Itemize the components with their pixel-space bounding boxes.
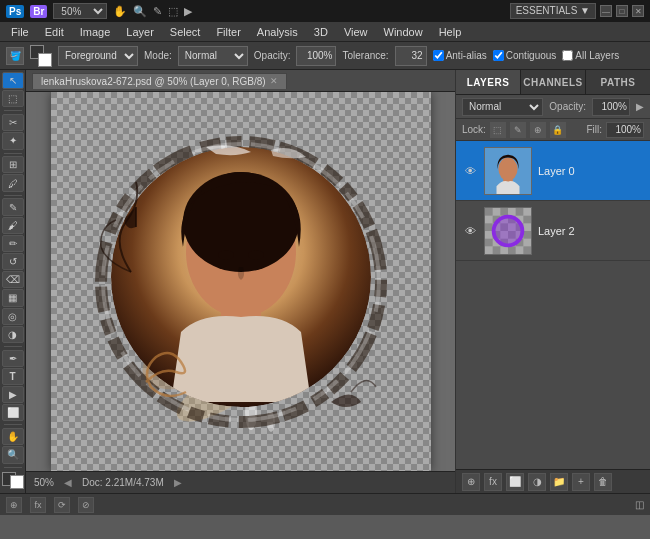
layer-0-visibility-toggle[interactable]: 👁: [462, 163, 478, 179]
lock-label: Lock:: [462, 124, 486, 135]
layer-mask-button[interactable]: ⬜: [506, 473, 524, 491]
blend-mode-selector[interactable]: Normal Multiply Screen Overlay: [462, 98, 543, 116]
clone-stamp-tool[interactable]: ✏: [2, 235, 24, 252]
bottom-icon-2[interactable]: fx: [30, 497, 46, 513]
delete-layer-button[interactable]: 🗑: [594, 473, 612, 491]
dodge-tool[interactable]: ◑: [2, 326, 24, 343]
marquee-tool[interactable]: ⬚: [2, 90, 24, 107]
mode-selector[interactable]: Normal: [178, 46, 248, 66]
svg-rect-25: [485, 223, 493, 231]
lock-pixels-btn[interactable]: ✎: [510, 122, 526, 138]
ps-icon: Ps: [6, 5, 24, 18]
menu-layer[interactable]: Layer: [119, 24, 161, 40]
menu-help[interactable]: Help: [432, 24, 469, 40]
path-selection-tool[interactable]: ▶: [2, 386, 24, 403]
brush-tool[interactable]: 🖌: [2, 217, 24, 234]
minimize-button[interactable]: —: [600, 5, 612, 17]
layer-item-0[interactable]: 👁 Layer 0: [456, 141, 650, 201]
brush-tool-icon[interactable]: ✎: [153, 5, 162, 18]
tab-layers[interactable]: LAYERS: [456, 70, 521, 94]
hand-tool[interactable]: ✋: [2, 428, 24, 445]
tool-bg-color[interactable]: [10, 475, 24, 489]
more-tools-icon[interactable]: ⬚: [168, 5, 178, 18]
type-tool[interactable]: T: [2, 368, 24, 385]
healing-brush-tool[interactable]: ✎: [2, 198, 24, 215]
svg-rect-36: [523, 246, 531, 254]
crop-tool[interactable]: ⊞: [2, 156, 24, 173]
lock-transparent-btn[interactable]: ⬚: [490, 122, 506, 138]
tool-color-swatches[interactable]: [2, 472, 24, 489]
opacity-input[interactable]: [296, 46, 336, 66]
layer-link-button[interactable]: ⊕: [462, 473, 480, 491]
lock-all-btn[interactable]: 🔒: [550, 122, 566, 138]
layer-item-2[interactable]: 👁: [456, 201, 650, 261]
shape-tool[interactable]: ⬜: [2, 404, 24, 421]
menu-select[interactable]: Select: [163, 24, 208, 40]
history-brush-tool[interactable]: ↺: [2, 253, 24, 270]
foreground-selector[interactable]: Foreground: [58, 46, 138, 66]
magic-wand-tool[interactable]: ✦: [2, 132, 24, 149]
layer-0-name: Layer 0: [538, 165, 575, 177]
document-tab[interactable]: lenkaHruskova2-672.psd @ 50% (Layer 0, R…: [32, 73, 287, 89]
current-tool-icon[interactable]: 🪣: [6, 47, 24, 65]
blur-tool[interactable]: ◎: [2, 308, 24, 325]
extra-icon[interactable]: ▶: [184, 5, 192, 18]
menu-window[interactable]: Window: [377, 24, 430, 40]
menu-view[interactable]: View: [337, 24, 375, 40]
close-button[interactable]: ✕: [632, 5, 644, 17]
background-color[interactable]: [38, 53, 52, 67]
svg-rect-31: [485, 238, 493, 246]
menu-filter[interactable]: Filter: [209, 24, 247, 40]
tolerance-input[interactable]: [395, 46, 427, 66]
document-tab-close[interactable]: ✕: [270, 76, 278, 86]
zoom-level: 50%: [34, 477, 54, 488]
layer-2-visibility-toggle[interactable]: 👁: [462, 223, 478, 239]
bottom-icon-4[interactable]: ⊘: [78, 497, 94, 513]
essentials-label[interactable]: ESSENTIALS ▼: [510, 3, 596, 19]
gradient-tool[interactable]: ▦: [2, 289, 24, 306]
lock-position-btn[interactable]: ⊕: [530, 122, 546, 138]
menu-image[interactable]: Image: [73, 24, 118, 40]
tool-divider-2: [4, 153, 22, 154]
svg-point-10: [183, 172, 299, 272]
zoom-tool[interactable]: 🔍: [2, 446, 24, 463]
nav-left-icon[interactable]: ◀: [64, 477, 72, 488]
foreground-background-selector[interactable]: [30, 45, 52, 67]
canvas-artwork: [51, 92, 431, 471]
maximize-button[interactable]: □: [616, 5, 628, 17]
layer-fx-button[interactable]: fx: [484, 473, 502, 491]
eraser-tool[interactable]: ⌫: [2, 271, 24, 288]
opacity-field[interactable]: [592, 98, 630, 116]
lasso-tool[interactable]: ✂: [2, 114, 24, 131]
menu-edit[interactable]: Edit: [38, 24, 71, 40]
canvas[interactable]: [51, 92, 431, 471]
layer-2-thumb-svg: [485, 207, 531, 255]
all-layers-option[interactable]: All Layers: [562, 50, 619, 61]
zoom-select[interactable]: 50%25%100%: [53, 3, 107, 19]
svg-rect-21: [516, 208, 524, 216]
selection-tool[interactable]: ↖: [2, 72, 24, 89]
zoom-tool-icon[interactable]: 🔍: [133, 5, 147, 18]
layer-adjustment-button[interactable]: ◑: [528, 473, 546, 491]
nav-right-icon[interactable]: ▶: [174, 477, 182, 488]
tab-bar: lenkaHruskova2-672.psd @ 50% (Layer 0, R…: [26, 70, 455, 92]
pen-tool[interactable]: ✒: [2, 350, 24, 367]
tab-channels[interactable]: CHANNELS: [521, 70, 586, 94]
bottom-icon-1[interactable]: ⊕: [6, 497, 22, 513]
menu-analysis[interactable]: Analysis: [250, 24, 305, 40]
new-layer-button[interactable]: +: [572, 473, 590, 491]
svg-rect-34: [493, 246, 501, 254]
menu-3d[interactable]: 3D: [307, 24, 335, 40]
title-right: ESSENTIALS ▼ — □ ✕: [510, 3, 644, 19]
eyedropper-tool[interactable]: 🖊: [2, 174, 24, 191]
tab-paths[interactable]: PATHS: [586, 70, 650, 94]
anti-alias-option[interactable]: Anti-alias: [433, 50, 487, 61]
bottom-icon-3[interactable]: ⟳: [54, 497, 70, 513]
fill-field[interactable]: [606, 122, 644, 138]
contiguous-option[interactable]: Contiguous: [493, 50, 557, 61]
hand-tool-icon[interactable]: ✋: [113, 5, 127, 18]
menu-file[interactable]: File: [4, 24, 36, 40]
layer-group-button[interactable]: 📁: [550, 473, 568, 491]
panel-menu-icon[interactable]: ▶: [636, 101, 644, 112]
status-bar: 50% ◀ Doc: 2.21M/4.73M ▶: [26, 471, 455, 493]
